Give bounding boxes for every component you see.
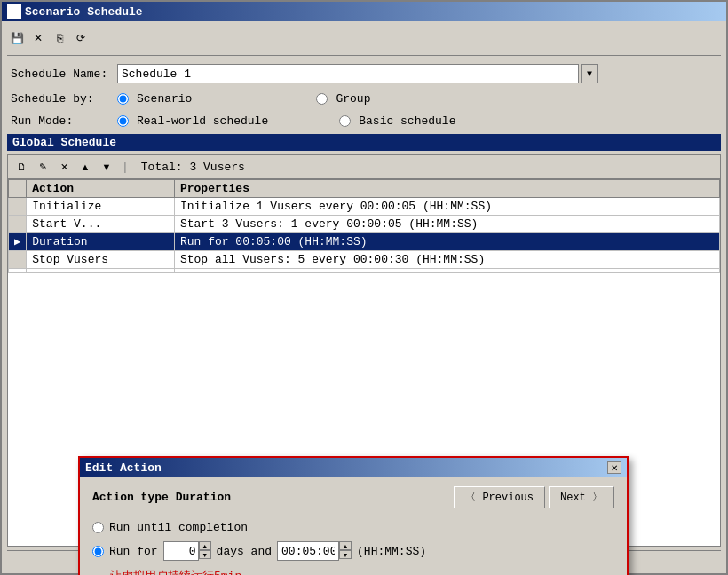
completion-radio-label[interactable]: Run until completion: [92, 521, 248, 534]
main-container: 🗋 ✎ ✕ ▲ ▼ | Total: 3 Vusers Action: [7, 154, 721, 547]
action-type-value: Duration: [176, 491, 231, 504]
completion-option-row: Run until completion: [92, 521, 614, 534]
basic-label: Basic schedule: [359, 114, 455, 128]
days-spinner-down[interactable]: ▼: [199, 550, 211, 559]
dialog-title: Edit Action: [85, 461, 162, 475]
refresh-btn[interactable]: ⟳: [71, 28, 91, 48]
schedule-by-label: Schedule by:: [11, 92, 108, 106]
table-row-empty: [9, 269, 720, 273]
run-for-row: Run for ▲ ▼ days and: [92, 541, 614, 561]
days-spinner-up[interactable]: ▲: [199, 541, 211, 550]
table-row[interactable]: Initialize Initialize 1 Vusers every 00:…: [9, 198, 720, 216]
table-row[interactable]: ▶ Duration Run for 00:05:00 (HH:MM:SS): [9, 233, 720, 251]
action-type-display: Action type Duration: [92, 491, 231, 504]
scenario-radio-label[interactable]: Scenario: [117, 92, 192, 106]
schedule-name-arrow[interactable]: ▼: [581, 64, 598, 83]
real-world-radio[interactable]: [117, 115, 129, 127]
row-properties-selected: Run for 00:05:00 (HH:MM:SS): [174, 233, 719, 251]
group-label: Group: [336, 92, 370, 106]
schedule-edit-btn[interactable]: ✎: [33, 157, 52, 177]
run-for-radio[interactable]: [92, 546, 104, 557]
col-indicator: [9, 180, 27, 198]
schedule-delete-btn[interactable]: ✕: [54, 157, 74, 177]
time-input[interactable]: [277, 541, 339, 561]
basic-radio[interactable]: [339, 115, 351, 127]
empty-indicator: [9, 269, 27, 273]
time-format-label: (HH:MM:SS): [357, 545, 426, 558]
days-spinner: ▲ ▼: [199, 541, 211, 561]
app-icon: [7, 4, 21, 19]
window-title: Scenario Schedule: [25, 5, 143, 19]
row-action: Initialize: [27, 198, 175, 216]
completion-label: Run until completion: [109, 521, 248, 534]
row-action-selected: Duration: [27, 233, 175, 251]
copy-btn[interactable]: ⎘: [50, 28, 69, 48]
delete-btn[interactable]: ✕: [28, 28, 48, 48]
row-action: Stop Vusers: [27, 251, 175, 269]
group-radio[interactable]: [316, 93, 328, 105]
scenario-label: Scenario: [137, 92, 192, 106]
group-radio-label[interactable]: Group: [316, 92, 370, 106]
col-properties: Properties: [174, 180, 719, 198]
schedule-by-row: Schedule by: Scenario Group: [7, 90, 721, 108]
action-type-label: Action type: [92, 491, 169, 504]
schedule-name-row: Schedule Name: ▼: [7, 61, 721, 86]
global-schedule-header: Global Schedule: [7, 134, 721, 151]
title-bar: Scenario Schedule: [2, 2, 726, 21]
schedule-name-label: Schedule Name:: [11, 67, 108, 81]
completion-radio[interactable]: [92, 522, 104, 533]
real-world-radio-label[interactable]: Real-world schedule: [117, 114, 268, 128]
prev-btn[interactable]: 〈 Previous: [454, 486, 545, 508]
dialog-action-row: Action type Duration 〈 Previous Next 〉: [92, 486, 614, 508]
dialog-title-bar: Edit Action ✕: [80, 458, 627, 477]
scenario-radio[interactable]: [117, 93, 129, 105]
schedule-by-options: Scenario Group: [117, 92, 370, 106]
days-input[interactable]: [163, 541, 199, 561]
schedule-add-btn[interactable]: 🗋: [12, 157, 31, 177]
real-world-label: Real-world schedule: [137, 114, 268, 128]
time-spinner-down[interactable]: ▼: [339, 550, 352, 559]
row-indicator: [9, 251, 27, 269]
col-action: Action: [27, 180, 175, 198]
row-indicator-selected: ▶: [9, 233, 27, 251]
nav-buttons: 〈 Previous Next 〉: [454, 486, 614, 508]
window-content: 💾 ✕ ⎘ ⟳ Schedule Name: ▼ Schedule by: Sc…: [2, 21, 726, 573]
row-properties: Start 3 Vusers: 1 every 00:00:05 (HH:MM:…: [174, 216, 719, 233]
next-btn[interactable]: Next 〉: [549, 486, 614, 508]
hint-text: 让虚拟用户持续运行5min: [92, 568, 614, 575]
main-toolbar: 💾 ✕ ⎘ ⟳: [7, 27, 721, 50]
run-mode-options: Real-world schedule Basic schedule: [117, 114, 455, 128]
days-input-container: ▲ ▼: [163, 541, 211, 561]
basic-radio-label[interactable]: Basic schedule: [339, 114, 455, 128]
empty-properties: [174, 269, 719, 273]
total-vusers-label: Total: 3 Vusers: [141, 161, 245, 174]
row-properties: Stop all Vusers: 5 every 00:00:30 (HH:MM…: [174, 251, 719, 269]
empty-action: [27, 269, 175, 273]
dialog-close-btn[interactable]: ✕: [607, 461, 621, 474]
schedule-data-table: Action Properties Initialize Initialize …: [8, 179, 720, 273]
dialog-content: Action type Duration 〈 Previous Next 〉: [80, 477, 627, 575]
schedule-down-btn[interactable]: ▼: [97, 157, 116, 177]
run-for-radio-label[interactable]: Run for: [92, 545, 158, 558]
time-input-container: ▲ ▼: [277, 541, 352, 561]
row-properties: Initialize 1 Vusers every 00:00:05 (HH:M…: [174, 198, 719, 216]
table-row[interactable]: Stop Vusers Stop all Vusers: 5 every 00:…: [9, 251, 720, 269]
run-mode-label: Run Mode:: [11, 114, 108, 128]
schedule-up-btn[interactable]: ▲: [75, 157, 95, 177]
time-spinner: ▲ ▼: [339, 541, 352, 561]
options-section: Run until completion Run for: [92, 517, 614, 575]
schedule-name-container: ▼: [117, 64, 598, 83]
edit-action-dialog: Edit Action ✕ Action type Duration 〈 Pre…: [78, 456, 629, 575]
schedule-toolbar: 🗋 ✎ ✕ ▲ ▼ | Total: 3 Vusers: [8, 155, 720, 179]
save-btn[interactable]: 💾: [7, 28, 27, 48]
days-label: days and: [217, 545, 272, 558]
table-row[interactable]: Start V... Start 3 Vusers: 1 every 00:00…: [9, 216, 720, 233]
row-action: Start V...: [27, 216, 175, 233]
schedule-name-input[interactable]: [117, 64, 579, 83]
divider-1: [7, 55, 721, 56]
run-mode-row: Run Mode: Real-world schedule Basic sche…: [7, 112, 721, 130]
time-spinner-up[interactable]: ▲: [339, 541, 352, 550]
main-window: Scenario Schedule 💾 ✕ ⎘ ⟳ Schedule Name:…: [0, 0, 728, 575]
run-for-label: Run for: [109, 545, 158, 558]
row-indicator: [9, 216, 27, 233]
